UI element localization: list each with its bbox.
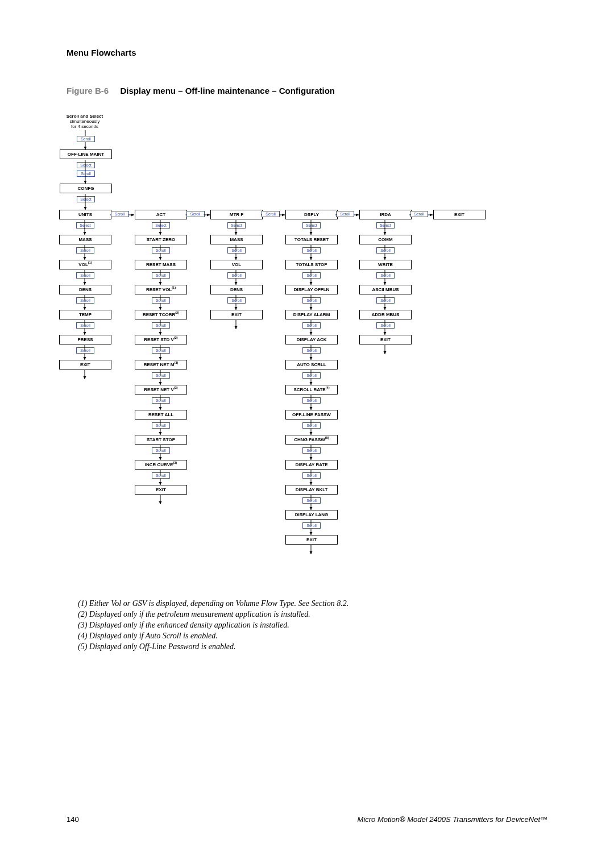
menu-item-box: ADDR MBUS xyxy=(359,310,412,319)
menu-item-box: RESET STD V(2) xyxy=(135,335,187,344)
select-button: Select xyxy=(76,222,94,229)
scroll-button: Scroll xyxy=(76,272,94,279)
section-title: Menu Flowcharts xyxy=(67,48,547,57)
scroll-button: Scroll xyxy=(77,171,95,177)
scroll-button: Scroll xyxy=(227,247,246,254)
menu-item-box: WRITE xyxy=(359,260,412,269)
scroll-button: Scroll xyxy=(302,472,321,479)
scroll-button: Scroll xyxy=(302,272,321,279)
offline-maint-box: OFF-LINE MAINT xyxy=(60,149,112,159)
menu-item-box: RESET NET V(3) xyxy=(135,385,187,394)
scroll-button: Scroll xyxy=(186,211,205,217)
scroll-button: Scroll xyxy=(152,347,170,354)
menu-item-box: TOTALS STOP xyxy=(285,260,338,269)
category-box: UNITS xyxy=(59,210,111,219)
footnote-2: (2) Displayed only if the petroleum meas… xyxy=(78,609,547,620)
scroll-button: Scroll xyxy=(302,372,321,379)
scroll-button: Scroll xyxy=(152,447,170,454)
footnote-4: (4) Displayed only if Auto Scroll is ena… xyxy=(78,631,547,642)
scroll-button: Scroll xyxy=(152,372,170,379)
menu-item-box: CHNG PASSW(5) xyxy=(285,435,338,445)
menu-item-box: AUTO SCRLL xyxy=(285,360,338,369)
flowchart-diagram: Scroll and Selectsimultaneouslyfor 4 sec… xyxy=(67,114,547,592)
menu-item-box: EXIT xyxy=(359,335,412,344)
menu-item-box: EXIT xyxy=(285,535,338,545)
select-button: Select xyxy=(77,162,95,168)
footnote-3: (3) Displayed only if the enhanced densi… xyxy=(78,620,547,631)
menu-item-box: DISPLAY RATE xyxy=(285,460,338,470)
menu-item-box: DISPLAY LANG xyxy=(285,510,338,520)
scroll-button: Scroll xyxy=(376,272,395,279)
scroll-button: Scroll xyxy=(302,397,321,404)
scroll-button: Scroll xyxy=(302,297,321,304)
menu-item-box: OFF-LINE PASSW xyxy=(285,410,338,420)
scroll-button: Scroll xyxy=(302,247,321,254)
menu-item-box: TOTALS RESET xyxy=(285,235,338,244)
select-button: Select xyxy=(302,222,321,229)
select-button: Select xyxy=(152,222,170,229)
select-button: Select xyxy=(227,222,246,229)
figure-title: Display menu – Off-line maintenance – Co… xyxy=(120,86,335,95)
category-box: IRDA xyxy=(359,210,412,219)
page-number: 140 xyxy=(67,815,79,824)
scroll-button: Scroll xyxy=(376,297,395,304)
menu-item-box: MASS xyxy=(59,235,111,244)
scroll-button: Scroll xyxy=(152,322,170,329)
scroll-button: Scroll xyxy=(302,347,321,354)
menu-item-box: VOL xyxy=(210,260,263,269)
scroll-button: Scroll xyxy=(152,297,170,304)
menu-item-box: EXIT xyxy=(210,310,263,319)
scroll-button: Scroll xyxy=(152,422,170,429)
menu-item-box: RESET ALL xyxy=(135,410,187,420)
category-box: EXIT xyxy=(433,210,486,219)
scroll-button: Scroll xyxy=(76,322,94,329)
menu-item-box: RESET VOL(1) xyxy=(135,285,187,294)
menu-item-box: PRESS xyxy=(59,335,111,344)
menu-item-box: SCROLL RATE(4) xyxy=(285,385,338,394)
footnotes: (1) Either Vol or GSV is displayed, depe… xyxy=(67,599,547,652)
confg-box: CONFG xyxy=(60,184,112,193)
category-box: DSPLY xyxy=(285,210,338,219)
category-box: ACT xyxy=(135,210,187,219)
scroll-button: Scroll xyxy=(302,522,321,529)
figure-number: Figure B-6 xyxy=(67,86,118,95)
menu-item-box: START STOP xyxy=(135,435,187,445)
scroll-button: Scroll xyxy=(227,272,246,279)
menu-item-box: INCR CURVE(3) xyxy=(135,460,187,470)
select-button: Select xyxy=(376,222,395,229)
scroll-button: Scroll xyxy=(410,211,428,217)
menu-item-box: COMM xyxy=(359,235,412,244)
scroll-button: Scroll xyxy=(152,272,170,279)
footnote-5: (5) Displayed only Off-Line Password is … xyxy=(78,642,547,653)
menu-item-box: RESET NET M(3) xyxy=(135,360,187,369)
scroll-button: Scroll xyxy=(302,322,321,329)
menu-item-box: RESET TCORR(2) xyxy=(135,310,187,319)
scroll-button: Scroll xyxy=(76,347,94,354)
entry-instruction: Scroll and Selectsimultaneouslyfor 4 sec… xyxy=(62,114,107,129)
scroll-button: Scroll xyxy=(302,497,321,504)
page-footer: 140 Micro Motion® Model 2400S Transmitte… xyxy=(67,815,547,824)
menu-item-box: DENS xyxy=(59,285,111,294)
scroll-button: Scroll xyxy=(76,297,94,304)
menu-item-box: EXIT xyxy=(59,360,111,369)
menu-item-box: ASCII MBUS xyxy=(359,285,412,294)
footnote-1: (1) Either Vol or GSV is displayed, depe… xyxy=(78,599,547,609)
category-box: MTR F xyxy=(210,210,263,219)
select-button: Select xyxy=(77,196,95,202)
scroll-button: Scroll xyxy=(376,322,395,329)
scroll-button: Scroll xyxy=(302,422,321,429)
menu-item-box: RESET MASS xyxy=(135,260,187,269)
menu-item-box: DENS xyxy=(210,285,263,294)
menu-item-box: TEMP xyxy=(59,310,111,319)
footer-text: Micro Motion® Model 2400S Transmitters f… xyxy=(358,815,547,824)
scroll-button: Scroll xyxy=(76,247,94,254)
menu-item-box: DISPLAY ALARM xyxy=(285,310,338,319)
scroll-button: Scroll xyxy=(376,247,395,254)
menu-item-box: START ZERO xyxy=(135,235,187,244)
scroll-button: Scroll xyxy=(152,472,170,479)
scroll-button: Scroll xyxy=(152,397,170,404)
scroll-button: Scroll xyxy=(336,211,354,217)
scroll-button: Scroll xyxy=(227,297,246,304)
menu-item-box: VOL(1) xyxy=(59,260,111,269)
scroll-button: Scroll xyxy=(152,247,170,254)
